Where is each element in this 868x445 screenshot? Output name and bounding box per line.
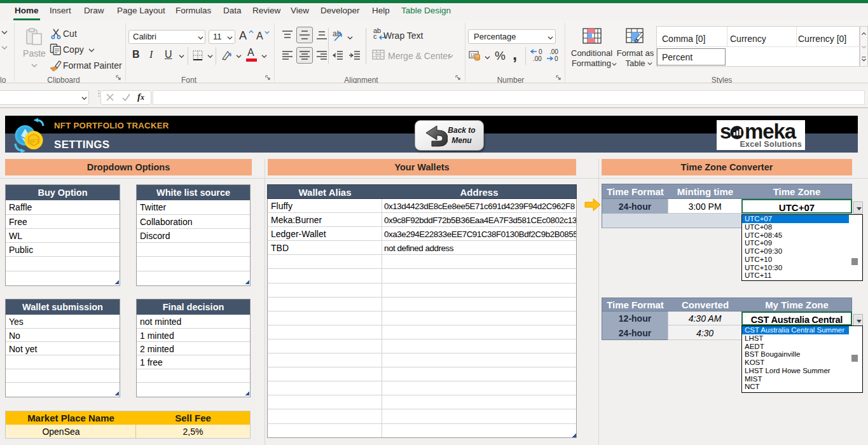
svg-text:.00: .00: [549, 48, 558, 55]
svg-text:NFT: NFT: [28, 137, 40, 144]
svg-text:0: 0: [539, 48, 542, 55]
svg-text:0: 0: [555, 55, 558, 62]
svg-text:.00: .00: [533, 55, 542, 62]
svg-text:Excel Solutions: Excel Solutions: [740, 140, 802, 149]
svg-text:s: s: [720, 120, 731, 143]
